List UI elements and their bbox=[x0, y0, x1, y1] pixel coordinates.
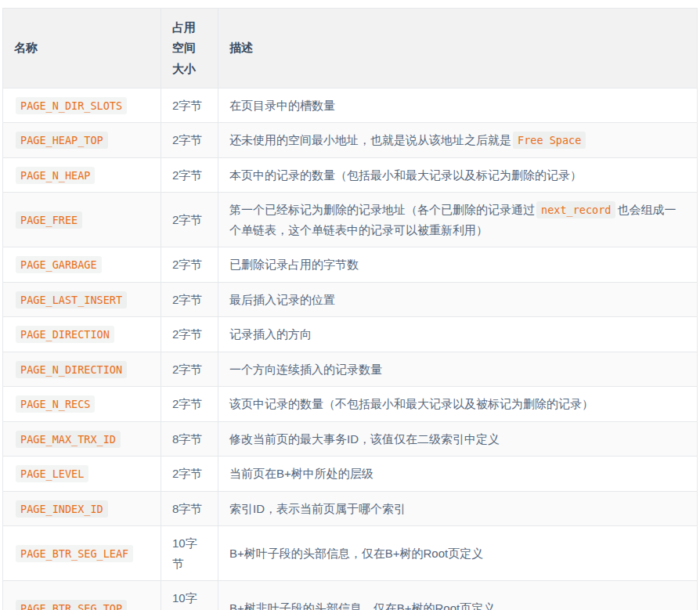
inline-code: PAGE_N_DIRECTION bbox=[16, 361, 127, 378]
field-size-cell: 2字节 bbox=[161, 317, 218, 352]
field-desc-cell: 在页目录中的槽数量 bbox=[218, 88, 698, 123]
field-desc-cell: 索引ID，表示当前页属于哪个索引 bbox=[218, 491, 698, 526]
inline-code: Free Space bbox=[513, 132, 586, 149]
field-desc-cell: 记录插入的方向 bbox=[218, 317, 698, 352]
inline-code: PAGE_LEVEL bbox=[16, 465, 88, 482]
field-size-cell: 10字节 bbox=[161, 526, 218, 581]
column-header-desc: 描述 bbox=[218, 9, 698, 88]
page-header-fields-table: 名称 占用空间大小 描述 PAGE_N_DIR_SLOTS 2字节 在页目录中的… bbox=[2, 8, 698, 610]
field-desc-cell: 还未使用的空间最小地址，也就是说从该地址之后就是Free Space bbox=[218, 123, 698, 158]
field-size-cell: 2字节 bbox=[161, 157, 218, 193]
page: 名称 占用空间大小 描述 PAGE_N_DIR_SLOTS 2字节 在页目录中的… bbox=[0, 0, 700, 610]
table-row: PAGE_FREE 2字节 第一个已经标记为删除的记录地址（各个已删除的记录通过… bbox=[3, 193, 698, 247]
desc-text: 本页中的记录的数量（包括最小和最大记录以及标记为删除的记录） bbox=[229, 168, 582, 182]
field-size-cell: 2字节 bbox=[161, 247, 218, 283]
table-row: PAGE_DIRECTION 2字节 记录插入的方向 bbox=[3, 317, 698, 352]
field-size-cell: 2字节 bbox=[161, 387, 218, 422]
column-header-size: 占用空间大小 bbox=[161, 9, 218, 88]
inline-code: PAGE_N_HEAP bbox=[16, 167, 95, 184]
field-name-cell: PAGE_GARBAGE bbox=[3, 247, 161, 283]
field-size-cell: 8字节 bbox=[161, 421, 218, 457]
field-name-cell: PAGE_INDEX_ID bbox=[3, 491, 161, 526]
inline-code: PAGE_FREE bbox=[16, 211, 82, 229]
field-name-cell: PAGE_FREE bbox=[3, 193, 161, 247]
column-header-name: 名称 bbox=[3, 9, 161, 88]
inline-code: PAGE_BTR_SEG_LEAF bbox=[16, 545, 133, 562]
field-name-cell: PAGE_MAX_TRX_ID bbox=[3, 421, 161, 457]
desc-text: 第一个已经标记为删除的记录地址（各个已删除的记录通过 bbox=[229, 203, 535, 216]
desc-text: 记录插入的方向 bbox=[229, 327, 312, 341]
field-desc-cell: 第一个已经标记为删除的记录地址（各个已删除的记录通过next_record也会组… bbox=[218, 193, 698, 247]
field-size-cell: 2字节 bbox=[161, 352, 218, 387]
desc-text: 该页中记录的数量（不包括最小和最大记录以及被标记为删除的记录） bbox=[229, 397, 594, 410]
field-size-cell: 2字节 bbox=[161, 88, 218, 123]
field-size-cell: 8字节 bbox=[161, 491, 218, 526]
inline-code: PAGE_N_DIR_SLOTS bbox=[16, 97, 127, 114]
field-desc-cell: 当前页在B+树中所处的层级 bbox=[218, 457, 698, 492]
field-name-cell: PAGE_N_HEAP bbox=[3, 157, 161, 193]
desc-text: 一个方向连续插入的记录数量 bbox=[229, 363, 382, 376]
table-row: PAGE_N_DIR_SLOTS 2字节 在页目录中的槽数量 bbox=[3, 88, 698, 123]
field-size-cell: 2字节 bbox=[161, 193, 218, 247]
desc-text: 索引ID，表示当前页属于哪个索引 bbox=[229, 502, 406, 515]
field-size-cell: 2字节 bbox=[161, 282, 218, 317]
inline-code: PAGE_GARBAGE bbox=[16, 256, 102, 273]
table-header: 名称 占用空间大小 描述 bbox=[3, 9, 698, 88]
desc-text: 已删除记录占用的字节数 bbox=[229, 258, 359, 271]
field-name-cell: PAGE_HEAP_TOP bbox=[3, 123, 161, 158]
field-desc-cell: 该页中记录的数量（不包括最小和最大记录以及被标记为删除的记录） bbox=[218, 387, 698, 422]
table-row: PAGE_BTR_SEG_TOP 10字节 B+树非叶子段的头部信息，仅在B+树… bbox=[3, 581, 698, 610]
inline-code: next_record bbox=[536, 201, 615, 218]
desc-text: 当前页在B+树中所处的层级 bbox=[229, 467, 373, 480]
field-name-cell: PAGE_BTR_SEG_LEAF bbox=[3, 526, 161, 581]
field-size-cell: 2字节 bbox=[161, 457, 218, 492]
header-row: 名称 占用空间大小 描述 bbox=[3, 9, 698, 88]
table-row: PAGE_N_RECS 2字节 该页中记录的数量（不包括最小和最大记录以及被标记… bbox=[3, 387, 698, 422]
table-row: PAGE_GARBAGE 2字节 已删除记录占用的字节数 bbox=[3, 247, 698, 283]
inline-code: PAGE_LAST_INSERT bbox=[16, 291, 127, 309]
desc-text: 修改当前页的最大事务ID，该值仅在二级索引中定义 bbox=[229, 432, 500, 446]
table-row: PAGE_N_HEAP 2字节 本页中的记录的数量（包括最小和最大记录以及标记为… bbox=[3, 157, 698, 193]
desc-text: B+树叶子段的头部信息，仅在B+树的Root页定义 bbox=[229, 547, 483, 560]
field-name-cell: PAGE_LAST_INSERT bbox=[3, 282, 161, 317]
field-name-cell: PAGE_N_RECS bbox=[3, 387, 161, 422]
field-name-cell: PAGE_N_DIR_SLOTS bbox=[3, 88, 161, 123]
inline-code: PAGE_INDEX_ID bbox=[16, 500, 108, 518]
table-row: PAGE_N_DIRECTION 2字节 一个方向连续插入的记录数量 bbox=[3, 352, 698, 387]
table-row: PAGE_LEVEL 2字节 当前页在B+树中所处的层级 bbox=[3, 457, 698, 492]
desc-text: 还未使用的空间最小地址，也就是说从该地址之后就是 bbox=[229, 133, 511, 146]
field-desc-cell: 一个方向连续插入的记录数量 bbox=[218, 352, 698, 387]
inline-code: PAGE_HEAP_TOP bbox=[16, 132, 108, 149]
field-desc-cell: 最后插入记录的位置 bbox=[218, 282, 698, 317]
field-desc-cell: 本页中的记录的数量（包括最小和最大记录以及标记为删除的记录） bbox=[218, 157, 698, 193]
table-row: PAGE_INDEX_ID 8字节 索引ID，表示当前页属于哪个索引 bbox=[3, 491, 698, 526]
table-body: PAGE_N_DIR_SLOTS 2字节 在页目录中的槽数量 PAGE_HEAP… bbox=[3, 88, 698, 610]
table-row: PAGE_MAX_TRX_ID 8字节 修改当前页的最大事务ID，该值仅在二级索… bbox=[3, 421, 698, 457]
field-desc-cell: B+树叶子段的头部信息，仅在B+树的Root页定义 bbox=[218, 526, 698, 581]
field-desc-cell: 修改当前页的最大事务ID，该值仅在二级索引中定义 bbox=[218, 421, 698, 457]
table-row: PAGE_BTR_SEG_LEAF 10字节 B+树叶子段的头部信息，仅在B+树… bbox=[3, 526, 698, 581]
inline-code: PAGE_DIRECTION bbox=[16, 326, 114, 343]
desc-text: 在页目录中的槽数量 bbox=[229, 99, 335, 112]
field-desc-cell: B+树非叶子段的头部信息，仅在B+树的Root页定义 bbox=[218, 581, 698, 610]
field-size-cell: 10字节 bbox=[161, 581, 218, 610]
inline-code: PAGE_BTR_SEG_TOP bbox=[16, 600, 127, 610]
inline-code: PAGE_MAX_TRX_ID bbox=[16, 431, 121, 448]
field-name-cell: PAGE_DIRECTION bbox=[3, 317, 161, 352]
field-desc-cell: 已删除记录占用的字节数 bbox=[218, 247, 698, 283]
field-name-cell: PAGE_BTR_SEG_TOP bbox=[3, 581, 161, 610]
field-name-cell: PAGE_LEVEL bbox=[3, 457, 161, 492]
table-row: PAGE_LAST_INSERT 2字节 最后插入记录的位置 bbox=[3, 282, 698, 317]
inline-code: PAGE_N_RECS bbox=[16, 395, 95, 413]
desc-text: B+树非叶子段的头部信息，仅在B+树的Root页定义 bbox=[229, 601, 495, 610]
field-name-cell: PAGE_N_DIRECTION bbox=[3, 352, 161, 387]
desc-text: 最后插入记录的位置 bbox=[229, 293, 335, 306]
field-size-cell: 2字节 bbox=[161, 123, 218, 158]
table-row: PAGE_HEAP_TOP 2字节 还未使用的空间最小地址，也就是说从该地址之后… bbox=[3, 123, 698, 158]
